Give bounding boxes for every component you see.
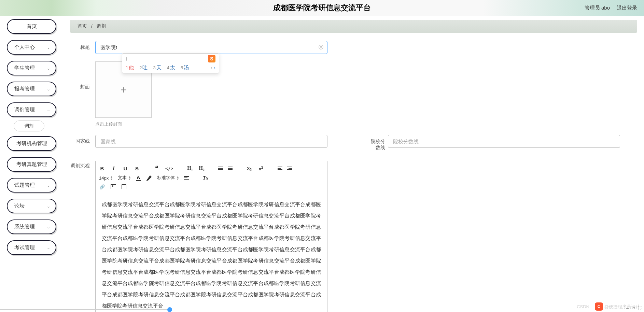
ime-candidate-1[interactable]: 1他 xyxy=(126,65,134,71)
sidebar-item-test[interactable]: 考试管理 ⌄ xyxy=(7,240,56,255)
editor-paragraph: 成都医学院考研信息交流平台成都医学院考研信息交流平台成都医学院考研信息交流平台成… xyxy=(102,199,321,311)
ime-typed: t xyxy=(126,56,127,61)
sidebar-item-org[interactable]: 考研机构管理 xyxy=(7,136,56,151)
underline-button[interactable]: U xyxy=(122,166,128,171)
national-line-label: 国家线 xyxy=(70,135,95,144)
subscript-button[interactable]: x2 xyxy=(246,166,252,172)
sidebar-item-label: 报考管理 xyxy=(14,86,35,92)
ime-prev-icon[interactable]: ‹ xyxy=(211,66,212,70)
sidebar-item-label: 系统管理 xyxy=(14,224,35,230)
watermark-icon: C xyxy=(595,302,603,311)
sidebar-item-apply[interactable]: 报考管理 ⌄ xyxy=(7,82,56,96)
sidebar-item-label: 考研机构管理 xyxy=(16,140,47,147)
h2-button[interactable]: H2 xyxy=(198,165,205,172)
strike-button[interactable]: S xyxy=(134,166,140,171)
chevron-down-icon: ⌄ xyxy=(47,204,50,209)
h1-button[interactable]: H1 xyxy=(187,165,193,172)
chevron-down-icon: ⌄ xyxy=(47,87,50,91)
csdn-watermark: CSDN xyxy=(577,304,589,309)
page-title: 成都医学院考研信息交流平台 xyxy=(273,3,371,13)
title-label: 标题 xyxy=(70,41,95,51)
chevron-down-icon: ⌄ xyxy=(47,245,50,250)
breadcrumb-current: 调剂 xyxy=(97,23,106,29)
breadcrumb-home[interactable]: 首页 xyxy=(78,23,87,29)
clear-icon[interactable]: ⓧ xyxy=(319,44,323,51)
sidebar-item-label: 论坛 xyxy=(14,203,25,209)
ime-popup: t S 1他 2吐 3天 4太 5汤 ‹ › xyxy=(122,53,219,73)
sidebar-item-system[interactable]: 系统管理 ⌄ xyxy=(7,219,56,234)
sidebar: 首页 个人中心 ⌄ 学生管理 ⌄ 报考管理 ⌄ 调剂管理 ⌄ 调剂 考研机构管理… xyxy=(0,16,63,312)
italic-button[interactable]: I xyxy=(111,166,117,171)
minimize-icon[interactable]: — xyxy=(626,306,630,310)
process-label: 调剂流程 xyxy=(70,161,95,169)
chevron-down-icon: ⌄ xyxy=(47,225,50,229)
school-score-input[interactable] xyxy=(388,135,620,148)
outdent-button[interactable] xyxy=(278,167,282,170)
indent-button[interactable] xyxy=(287,167,292,170)
upload-hint: 点击上传封面 xyxy=(95,121,327,127)
logout-link[interactable]: 退出登录 xyxy=(617,5,637,11)
sidebar-item-exam[interactable]: 考研真题管理 xyxy=(7,157,56,172)
bg-color-button[interactable] xyxy=(146,175,152,181)
header: 成都医学院考研信息交流平台 管理员 abo 退出登录 xyxy=(0,0,644,16)
admin-label[interactable]: 管理员 abo xyxy=(585,5,610,11)
rich-text-editor: B I U S ❝ </> H1 H2 xyxy=(95,161,327,312)
ordered-list-button[interactable] xyxy=(218,167,223,170)
progress-indicator[interactable] xyxy=(167,307,172,312)
sidebar-item-profile[interactable]: 个人中心 ⌄ xyxy=(7,40,56,55)
sidebar-item-home[interactable]: 首页 xyxy=(7,19,56,34)
sidebar-item-label: 考试管理 xyxy=(14,244,35,251)
unordered-list-button[interactable] xyxy=(228,167,233,170)
editor-toolbar: B I U S ❝ </> H1 H2 xyxy=(96,161,327,193)
superscript-button[interactable]: x2 xyxy=(258,165,264,171)
save-button[interactable] xyxy=(122,184,126,189)
link-button[interactable] xyxy=(99,184,105,189)
text-color-button[interactable]: A xyxy=(136,175,141,181)
national-line-input[interactable] xyxy=(95,135,327,148)
sidebar-sub-adjust[interactable]: 调剂 xyxy=(14,120,44,131)
breadcrumb: 首页 / 调剂 xyxy=(70,20,637,33)
editor-content[interactable]: 成都医学院考研信息交流平台成都医学院考研信息交流平台成都医学院考研信息交流平台成… xyxy=(96,193,327,312)
ime-next-icon[interactable]: › xyxy=(214,66,215,70)
cover-label: 封面 xyxy=(70,61,95,90)
sidebar-item-label: 首页 xyxy=(27,23,37,30)
quote-button[interactable]: ❝ xyxy=(154,165,160,172)
plus-icon: ＋ xyxy=(118,83,129,97)
window-controls: — □ ⛶ xyxy=(626,306,642,310)
sidebar-item-adjust[interactable]: 调剂管理 ⌄ xyxy=(7,102,56,117)
maximize-icon[interactable]: □ xyxy=(632,306,636,310)
chevron-down-icon: ⌄ xyxy=(47,183,50,188)
sidebar-item-student[interactable]: 学生管理 ⌄ xyxy=(7,61,56,75)
code-button[interactable]: </> xyxy=(165,166,173,171)
sidebar-item-label: 考研真题管理 xyxy=(16,161,47,168)
sidebar-item-label: 个人中心 xyxy=(14,44,35,51)
chevron-down-icon: ⌄ xyxy=(47,66,50,71)
image-button[interactable] xyxy=(111,184,116,189)
sidebar-item-question[interactable]: 试题管理 ⌄ xyxy=(7,178,56,193)
chevron-down-icon: ⌄ xyxy=(47,108,50,112)
ime-candidate-2[interactable]: 2吐 xyxy=(139,65,148,71)
school-score-label: 院校分数线 xyxy=(367,135,388,151)
ime-candidate-5[interactable]: 5汤 xyxy=(181,65,189,71)
title-input[interactable] xyxy=(95,41,327,54)
sidebar-item-forum[interactable]: 论坛 ⌄ xyxy=(7,199,56,213)
bold-button[interactable]: B xyxy=(99,166,105,171)
clear-format-button[interactable] xyxy=(202,175,209,181)
sidebar-item-label: 学生管理 xyxy=(14,65,35,71)
block-type-select[interactable]: 文本 ▴▾ xyxy=(118,175,130,181)
chevron-down-icon: ⌄ xyxy=(47,45,50,50)
font-size-select[interactable]: 14px ▴▾ xyxy=(99,175,112,181)
sidebar-item-label: 调剂管理 xyxy=(14,107,35,113)
font-family-select[interactable]: 标准字体 ▴▾ xyxy=(157,175,179,181)
sidebar-sub-label: 调剂 xyxy=(25,123,33,128)
ime-candidate-3[interactable]: 3天 xyxy=(153,65,161,71)
expand-icon[interactable]: ⛶ xyxy=(638,306,642,310)
ime-candidate-4[interactable]: 4太 xyxy=(167,65,175,71)
main-content: 首页 / 调剂 标题 ⓧ t S 1他 2吐 xyxy=(63,16,644,312)
ime-logo-icon: S xyxy=(208,55,215,62)
align-button[interactable] xyxy=(184,176,189,180)
breadcrumb-separator: / xyxy=(91,23,93,29)
sidebar-item-label: 试题管理 xyxy=(14,182,35,188)
progress-track xyxy=(0,309,171,310)
